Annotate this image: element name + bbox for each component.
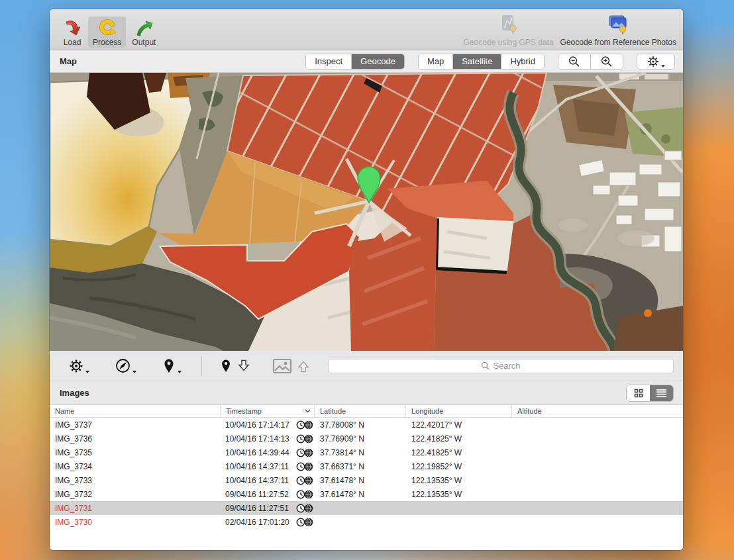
output-icon: [134, 19, 154, 37]
compass-icon: [115, 357, 131, 374]
download-arrow-icon: [238, 359, 250, 373]
zoom-out-icon: [568, 56, 581, 68]
zoom-out-button[interactable]: [558, 54, 591, 69]
list-icon: [656, 389, 667, 398]
table-row[interactable]: IMG_3734 10/04/16 14:37:11 37.66371° N 1…: [50, 459, 683, 473]
geocode-tab[interactable]: Geocode: [352, 54, 404, 69]
row-name: IMG_3735: [50, 448, 221, 457]
favorite-pin-button[interactable]: [162, 357, 182, 374]
track-settings-button[interactable]: [68, 358, 89, 374]
assign-location-button[interactable]: [219, 357, 250, 374]
geocode-gps-button[interactable]: Geocode using GPS data: [463, 14, 553, 48]
row-longitude: 122.13535° W: [406, 476, 512, 485]
zoom-controls: [558, 54, 623, 70]
gear-icon: [647, 55, 660, 68]
maptype-segmented-control: Map Satellite Hybrid: [418, 54, 545, 70]
image-icon: [272, 358, 292, 374]
row-latitude: 37.66371° N: [315, 462, 406, 471]
globe-badge-icon: [304, 420, 313, 430]
row-longitude: 122.42017° W: [406, 420, 512, 430]
geocode-ref-button[interactable]: Geocode from Reference Photos: [560, 14, 676, 48]
images-panel-header: Images: [50, 381, 683, 405]
row-name: IMG_3737: [50, 420, 221, 430]
process-button[interactable]: Process: [88, 17, 126, 48]
map-toolbar: Search: [50, 351, 683, 381]
map-settings-button[interactable]: [637, 54, 675, 70]
inspect-tab[interactable]: Inspect: [306, 54, 352, 69]
load-button[interactable]: Load: [58, 17, 87, 48]
row-latitude: 37.61478° N: [315, 490, 406, 499]
row-timestamp: 09/04/16 11:27:51: [221, 504, 315, 513]
list-view-button[interactable]: [650, 385, 673, 401]
output-label: Output: [132, 38, 156, 47]
maptype-hybrid-tab[interactable]: Hybrid: [501, 54, 544, 69]
maptype-map-tab[interactable]: Map: [419, 54, 453, 69]
column-header-latitude[interactable]: Latitude: [315, 405, 406, 417]
row-name: IMG_3731: [50, 504, 221, 513]
grid-icon: [634, 389, 643, 398]
table-row[interactable]: IMG_3733 10/04/16 14:37:11 37.61478° N 1…: [50, 473, 683, 487]
divider: [201, 356, 202, 376]
main-toolbar: Load Process Output: [50, 9, 683, 50]
output-button[interactable]: Output: [127, 17, 160, 48]
globe-badge-icon: [304, 490, 313, 499]
row-longitude: 122.13535° W: [406, 490, 512, 499]
dropdown-caret: [178, 371, 182, 373]
row-badges: [297, 476, 313, 485]
column-header-altitude[interactable]: Altitude: [512, 405, 683, 417]
row-name: IMG_3732: [50, 490, 221, 499]
export-image-button[interactable]: [272, 358, 309, 374]
row-latitude: 37.78008° N: [315, 420, 406, 430]
reference-photos-icon: [607, 14, 629, 38]
geocode-buttons: Geocode using GPS data Geocode from Refe…: [463, 14, 676, 48]
upload-arrow-icon: [297, 359, 309, 373]
search-input[interactable]: [328, 359, 674, 373]
sort-indicator-icon: [305, 409, 311, 413]
globe-badge-icon: [304, 504, 313, 513]
table-row[interactable]: IMG_3737 10/04/16 17:14:17 37.78008° N 1…: [50, 418, 683, 432]
gear-icon: [68, 358, 84, 374]
column-header-longitude[interactable]: Longitude: [406, 405, 512, 417]
dropdown-caret: [661, 65, 665, 68]
view-mode-toggle: [626, 385, 674, 402]
row-timestamp: 02/04/16 17:01:20: [221, 518, 315, 527]
mode-segmented-control: Inspect Geocode: [305, 54, 405, 70]
desktop-background: { "toolbar": { "buttons": [ {"label": "L…: [0, 0, 734, 560]
grid-view-button[interactable]: [627, 385, 650, 401]
row-timestamp: 10/04/16 14:39:44: [221, 448, 315, 457]
table-header: Name Timestamp Latitude Longitude Altitu…: [50, 405, 683, 418]
row-name: IMG_3734: [50, 462, 221, 471]
globe-badge-icon: [304, 448, 313, 457]
search-field: Search: [328, 359, 674, 373]
row-timestamp: 09/04/16 11:27:52: [221, 490, 315, 499]
compass-button[interactable]: [115, 357, 136, 374]
process-label: Process: [93, 38, 121, 47]
row-longitude: 122.41825° W: [406, 448, 512, 457]
table-row[interactable]: IMG_3735 10/04/16 14:39:44 37.73814° N 1…: [50, 445, 683, 459]
row-badges: [297, 420, 313, 430]
dropdown-caret: [85, 371, 89, 373]
table-row[interactable]: IMG_3732 09/04/16 11:27:52 37.61478° N 1…: [50, 487, 683, 501]
row-badges: [297, 434, 313, 443]
row-name: IMG_3733: [50, 476, 221, 485]
satellite-map[interactable]: [50, 73, 683, 351]
column-header-timestamp[interactable]: Timestamp: [221, 405, 315, 417]
zoom-in-button[interactable]: [591, 54, 623, 69]
table-row[interactable]: IMG_3731 09/04/16 11:27:51: [50, 501, 683, 515]
dropdown-caret: [132, 371, 136, 373]
row-latitude: 37.73814° N: [315, 448, 406, 457]
row-longitude: 122.41825° W: [406, 434, 512, 443]
map-header-bar: Map Inspect Geocode Map Satellite Hybrid: [50, 50, 683, 73]
column-header-name[interactable]: Name: [50, 405, 221, 417]
table-row[interactable]: IMG_3736 10/04/16 17:14:13 37.76909° N 1…: [50, 432, 683, 445]
row-latitude: 37.61478° N: [315, 476, 406, 485]
row-badges: [297, 518, 313, 527]
images-table: IMG_3737 10/04/16 17:14:17 37.78008° N 1…: [50, 418, 683, 550]
row-timestamp: 10/04/16 14:37:11: [221, 462, 315, 471]
row-timestamp: 10/04/16 17:14:17: [221, 420, 315, 430]
maptype-satellite-tab[interactable]: Satellite: [453, 54, 501, 69]
row-badges: [297, 490, 313, 499]
gps-document-icon: [499, 14, 519, 38]
globe-badge-icon: [304, 476, 313, 485]
table-row[interactable]: IMG_3730 02/04/16 17:01:20: [50, 515, 683, 529]
